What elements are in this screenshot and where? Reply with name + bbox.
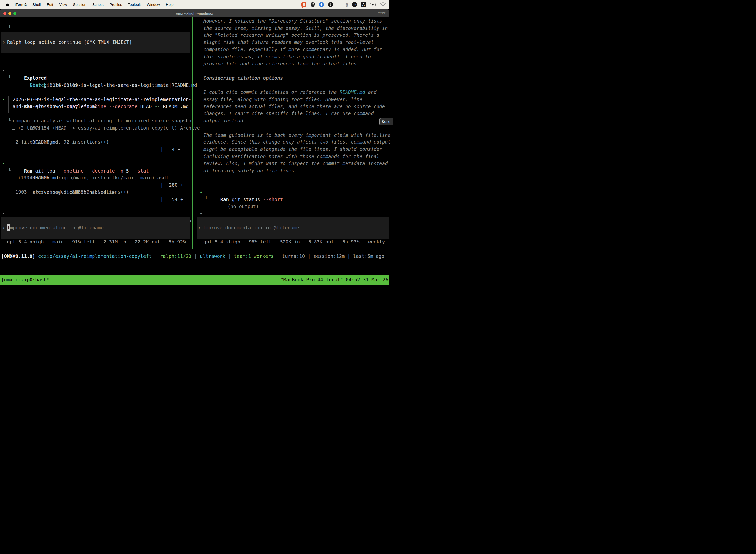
diff-summary: 1903 files changed, 513517 insertions(+) [15,189,129,195]
more-lines-indicator: … +2 lines [12,125,41,130]
input-placeholder-text: Improve documentation in @filename [203,224,299,231]
reasoning-line: provide file and line references from th… [203,61,359,66]
tmux-status-bar: [omx-cczip0:bash* "MacBook-Pro-44.local"… [0,275,389,285]
ralph-loop-banner: › Ralph loop active continue [OMX_TMUX_I… [1,32,190,53]
team-workers-count: team:1 workers [234,254,273,259]
window-shortcut-hint: ⌥⌘1 [378,11,387,15]
terminal-content: └ No agents completed yet › Ralph loop a… [0,17,389,275]
commit-message-line: companion analysis without altering the … [13,118,194,123]
reasoning-line: I could cite commit statistics or refere… [203,89,377,95]
prompt-chevron: › [2,224,5,231]
reasoning-line: slight risk that future readers may over… [203,40,374,45]
reasoning-line: references need actual files, and since … [203,104,385,109]
reasoning-heading: Considering citation options [203,75,283,81]
mode-label: ultrawork [200,254,226,259]
dots-grid-icon[interactable] [337,2,342,7]
tree-corner: └ [8,24,11,32]
right-agent-pane[interactable]: However, I noticed the "Directory Struct… [193,17,389,267]
scroll-squiggle-icon[interactable]: § [346,2,348,7]
zoom-window-button[interactable] [13,12,16,15]
menu-session[interactable]: Session [70,2,89,7]
reasoning-line: of focusing solely on file lines. [203,168,297,173]
tmux-session-window[interactable]: [omx-cczip0:bash* [1,277,49,282]
menu-help[interactable]: Help [163,2,177,7]
omx-version-badge: [OMX#0.11.9] [1,254,35,259]
reasoning-line: evidence. Since this change only affects… [203,139,389,145]
right-prompt-input[interactable]: › Improve documentation in @filename [197,217,389,238]
command-arg-wrap: 2026-03-09-is-legal-the-same-as-legitima… [13,97,191,102]
chat-app-icon[interactable] [301,2,306,7]
battery-icon[interactable] [370,3,377,6]
tree-corner: └ [205,196,208,203]
diffstat-value: | 4 + [161,146,180,153]
apple-logo-icon[interactable] [6,2,10,7]
right-session-statusline: gpt-5.4 xhigh · 96% left · 520K in · 5.8… [203,239,389,244]
tmux-hostname-clock: "MacBook-Pro-44.local" 04:52 31-Mar-26 [280,277,388,282]
menu-profiles[interactable]: Profiles [107,2,125,7]
reasoning-line: the source tree, missing the essay. Stil… [203,25,388,31]
menu-view[interactable]: View [56,2,70,7]
left-agent-pane[interactable]: └ No agents completed yet › Ralph loop a… [0,17,192,267]
text-cursor: I [7,224,10,231]
more-lines-indicator: … +1901 lines [12,175,49,180]
zap-badge-icon[interactable] [319,2,324,7]
bullet-icon: • [2,210,5,217]
reasoning-line: this single essay, it seems like a good … [203,54,371,59]
menu-window[interactable]: Window [144,2,163,7]
menu-shell[interactable]: Shell [29,2,44,7]
reasoning-line: The team guideline is to back every impo… [203,132,389,138]
readme-file-reference: README.md [339,89,365,95]
reasoning-line: output instead. [203,118,246,123]
menu-toolbelt[interactable]: Toolbelt [125,2,144,7]
last-activity: last:5m ago [353,254,384,259]
search-pattern: 2026-03-09-is-legal-the-same-as-legitima… [47,82,197,88]
menu-iterm2[interactable]: iTerm2 [12,2,29,7]
omx-status-bar: [OMX#0.11.9] cczip/essay/ai-reimplementa… [0,253,389,260]
menu-edit[interactable]: Edit [44,2,56,7]
reasoning-line: the "Related research writing" section i… [203,32,379,38]
bullet-icon: • [200,210,202,217]
minimize-window-button[interactable] [8,12,11,15]
ralph-counter: ralph:11/20 [160,254,191,259]
menu-bar: iTerm2 Shell Edit View Session Scripts P… [0,0,389,9]
reasoning-line: changes, I can't cite specific file line… [203,111,374,116]
wifi-icon[interactable] [380,2,386,7]
reasoning-line: review. Also, I might want to inspect th… [203,161,388,166]
session-duration: session:12m [314,254,345,259]
reasoning-line: might be acceptable alongside the file l… [203,147,382,152]
command-arg-wrap: and-the-erosion-of-copyleft.md [13,104,98,109]
workspace-path: cczip/essay/ai-reimplementation-copyleft [38,254,152,259]
diffstat-value: | 54 + [161,196,183,203]
git-status-command: Ran git status --short [220,197,283,202]
input-placeholder-text: Improve documentation in @filename [7,224,104,231]
turns-count: turns:10 [282,254,305,259]
close-window-button[interactable] [3,12,6,15]
left-session-statusline: gpt-5.4 xhigh · main · 91% left · 2.31M … [7,239,197,244]
screen-notification-tooltip[interactable]: Scre [379,118,389,125]
menu-status-icons: § ..61 A [301,2,389,7]
crescent-app-icon[interactable] [328,2,333,7]
shield-icon[interactable] [310,2,315,7]
reasoning-line: including verification notes with those … [203,154,379,159]
timer-badge-icon[interactable]: ..61 [352,2,357,7]
window-title: omx --xhigh --madmax [0,11,389,15]
ralph-loop-text: Ralph loop active continue [OMX_TMUX_INJ… [7,39,132,46]
reasoning-line: However, I noticed the "Directory Struct… [203,18,382,23]
prompt-chevron: › [198,224,201,231]
reasoning-line: companion file, especially if more comme… [203,47,382,52]
menu-scripts[interactable]: Scripts [89,2,107,7]
window-title-bar: omx --xhigh --madmax ⌥⌘1 [0,9,389,17]
left-prompt-input[interactable]: › Improve documentation in @filename [1,217,190,238]
search-verb: Search [30,82,47,88]
diff-summary: 2 files changed, 92 insertions(+) [15,139,109,145]
prompt-chevron: › [2,39,5,46]
reasoning-line: essay file, along with finding root file… [203,97,362,102]
keyboard-switcher-icon[interactable]: A [361,2,366,7]
